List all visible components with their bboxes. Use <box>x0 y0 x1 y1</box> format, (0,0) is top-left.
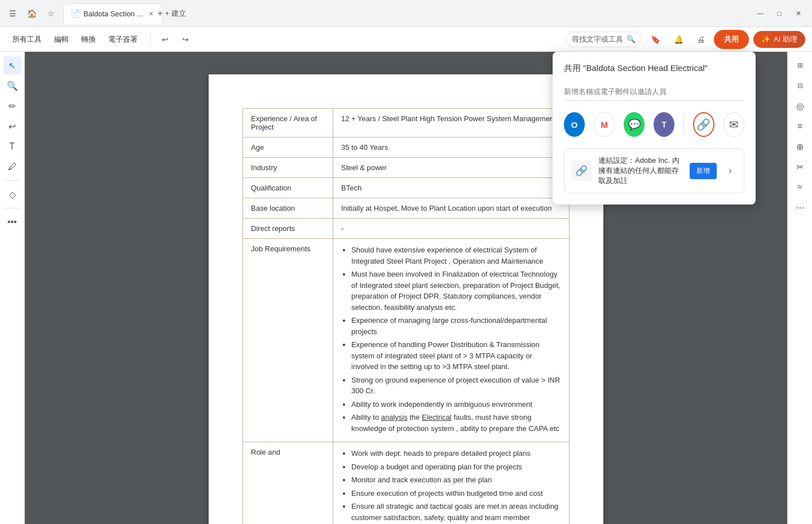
right-panel-icon-2[interactable]: ⊟ <box>791 77 809 95</box>
sidebar-more-icon[interactable]: ••• <box>3 213 21 231</box>
left-sidebar: ↖ 🔍 ✏ ↩ T 🖊 ◇ ••• <box>0 52 25 524</box>
share-whatsapp-button[interactable]: 💬 <box>624 112 645 137</box>
sidebar-pen-icon[interactable]: ✏ <box>3 97 21 115</box>
sidebar-highlight-icon[interactable]: 🖊 <box>3 158 21 176</box>
table-cell-value: Should have extensive experience of elec… <box>333 239 570 442</box>
table-cell-label: Experience / Area of Project <box>243 109 333 137</box>
list-item: Monitor and track execution as per the p… <box>351 474 561 486</box>
outlook-icon: O <box>571 120 578 130</box>
redo-button[interactable]: ↪ <box>178 33 193 46</box>
toolbar-right: 尋找文字或工具 🔍 🔖 🔔 🖨 共用 ✨ AI 助理 <box>566 30 805 49</box>
document: Experience / Area of Project 12 + Years … <box>209 74 603 524</box>
share-invite-input[interactable] <box>564 83 744 101</box>
star-button[interactable]: ☆ <box>43 6 59 21</box>
share-outlook-button[interactable]: O <box>564 112 585 137</box>
table-row-role: Role and Work with dept. heads to prepar… <box>243 442 570 525</box>
home-button[interactable]: 🏠 <box>24 6 39 21</box>
menu-button[interactable]: ☰ <box>5 6 20 21</box>
list-item: Ensure all strategic and tactical goals … <box>351 501 561 524</box>
search-box[interactable]: 尋找文字或工具 🔍 <box>566 32 642 47</box>
print-button[interactable]: 🖨 <box>692 33 709 46</box>
window-controls: — □ ✕ <box>751 6 807 21</box>
table-row: Age 35 to 40 Years <box>243 137 570 158</box>
table-row: Industry Steel & power <box>243 158 570 178</box>
table-cell-label: Role and <box>243 442 333 525</box>
share-teams-button[interactable]: T <box>654 112 674 137</box>
sidebar-erase-icon[interactable]: ◇ <box>3 185 21 203</box>
list-item: Experience of handling Power Distributio… <box>351 339 561 372</box>
tab-icon: 📄 <box>70 9 80 18</box>
table-row: Experience / Area of Project 12 + Years … <box>243 109 570 137</box>
table-cell-label: Direct reports <box>243 219 333 239</box>
right-panel-icon-6[interactable]: ✂ <box>791 158 809 176</box>
table-cell-value: Work with dept. heads to prepare detaile… <box>333 442 570 525</box>
share-more-button[interactable]: ✉ <box>723 112 744 137</box>
active-tab[interactable]: 📄 Baldota Section ... ✕ <box>63 3 163 24</box>
share-gmail-button[interactable]: M <box>594 112 615 137</box>
right-panel-icon-5[interactable]: ⊕ <box>791 137 809 156</box>
list-item: Ability to analysis the Electrical fault… <box>351 412 561 434</box>
minimize-button[interactable]: — <box>751 6 769 21</box>
table-cell-label: Qualification <box>243 178 333 198</box>
new-tab-button[interactable]: + + 建立 <box>164 6 180 21</box>
list-item: Develop a budget and operating plan for … <box>351 461 561 473</box>
share-popup-title: 共用 "Baldota Section Head Electrical" <box>564 63 744 74</box>
tab-bar: 📄 Baldota Section ... ✕ + + 建立 <box>63 0 747 27</box>
right-panel-icon-1[interactable]: ⊞ <box>791 56 809 74</box>
close-button[interactable]: ✕ <box>789 6 807 21</box>
ai-icon: ✨ <box>761 35 770 43</box>
menu-all-tools[interactable]: 所有工具 <box>7 32 47 47</box>
more-share-icon: ✉ <box>729 118 739 131</box>
table-row: Direct reports - <box>243 219 570 239</box>
table-row-job-requirements: Job Requirements Should have extensive e… <box>243 239 570 442</box>
menu-esign[interactable]: 電子簽署 <box>103 32 143 47</box>
notification-button[interactable]: 🔔 <box>669 33 688 46</box>
document-table: Experience / Area of Project 12 + Years … <box>242 108 570 524</box>
link-label: 連結設定：Adobe Inc. 內擁有連結的任何人都能存取及加註 <box>598 156 683 186</box>
share-popup: 共用 "Baldota Section Head Electrical" O M… <box>553 52 756 205</box>
icon-separator <box>683 114 684 135</box>
toolbar-separator <box>150 33 151 46</box>
maximize-button[interactable]: □ <box>770 6 788 21</box>
link-icon: 🔗 <box>696 118 710 131</box>
right-panel-icon-7[interactable]: ≈ <box>791 178 809 196</box>
gmail-icon: M <box>601 120 608 130</box>
search-text: 尋找文字或工具 <box>572 34 623 45</box>
teams-icon: T <box>661 120 667 129</box>
sidebar-text-icon[interactable]: T <box>3 137 21 156</box>
tab-close-button[interactable]: ✕ <box>147 9 156 18</box>
list-item: Ability to work independently in ambiguo… <box>351 399 561 410</box>
right-sidebar: ⊞ ⊟ ◎ ≡ ⊕ ✂ ≈ ⋯ <box>787 52 812 524</box>
tab-title: Baldota Section ... <box>83 10 143 18</box>
right-panel-icon-3[interactable]: ◎ <box>791 97 809 115</box>
bookmark-button[interactable]: 🔖 <box>646 33 665 46</box>
sidebar-search-icon[interactable]: 🔍 <box>3 77 21 95</box>
chevron-right-icon[interactable]: › <box>723 164 737 177</box>
undo-button[interactable]: ↩ <box>157 33 173 46</box>
share-icons-row: O M 💬 T 🔗 ✉ <box>564 112 744 137</box>
list-item: Ensure execution of projects within budg… <box>351 488 561 499</box>
list-item: Experience of managing large cross-funct… <box>351 315 561 337</box>
sidebar-cursor-icon[interactable]: ↖ <box>3 56 21 74</box>
sidebar-link-icon[interactable]: ↩ <box>3 117 21 135</box>
table-cell-label: Job Requirements <box>243 239 333 442</box>
right-panel-icon-4[interactable]: ≡ <box>791 117 809 135</box>
ai-label: AI 助理 <box>774 34 797 45</box>
ai-button[interactable]: ✨ AI 助理 <box>753 31 805 48</box>
browser-controls: ☰ 🏠 ☆ <box>5 6 59 21</box>
share-button[interactable]: 共用 <box>714 30 749 49</box>
menu-convert[interactable]: 轉換 <box>76 32 102 47</box>
menu-edit[interactable]: 編輯 <box>48 32 74 47</box>
share-link-button[interactable]: 🔗 <box>693 112 714 137</box>
link-box-icon: 🔗 <box>575 165 588 177</box>
right-panel-icon-8[interactable]: ⋯ <box>791 198 809 216</box>
link-settings-icon: 🔗 <box>571 161 592 181</box>
list-item: Work with dept. heads to prepare detaile… <box>351 448 561 459</box>
table-cell-value: 12 + Years / Steel Plant High Tension Po… <box>333 109 570 137</box>
table-cell-label: Base location <box>243 198 333 219</box>
search-icon: 🔍 <box>626 35 636 43</box>
table-cell-value: Initially at Hospet, Move to Plant Locat… <box>333 198 570 219</box>
table-cell-value: BTech <box>333 178 570 198</box>
toolbar: 所有工具 編輯 轉換 電子簽署 ↩ ↪ 尋找文字或工具 🔍 🔖 🔔 🖨 共用 ✨… <box>0 27 812 52</box>
add-link-button[interactable]: 新增 <box>690 163 717 179</box>
